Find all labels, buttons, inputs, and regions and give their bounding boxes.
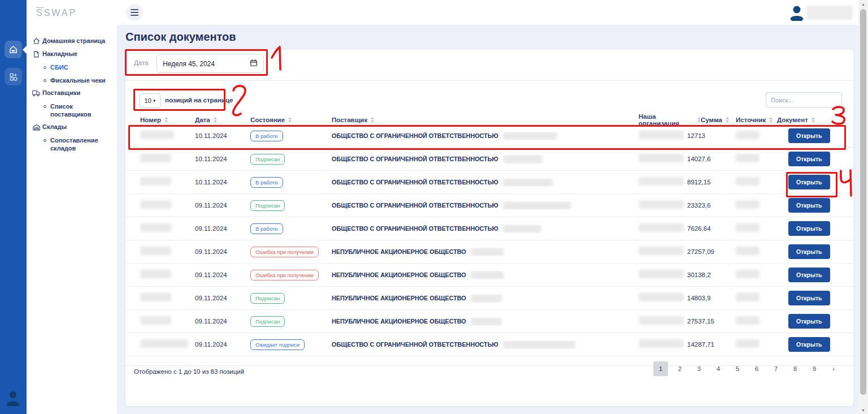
scroll-up-icon[interactable]: ▲ — [858, 2, 868, 6]
next-page-button[interactable]: › — [826, 361, 841, 376]
supplier-name-redacted — [503, 225, 541, 233]
annotation-digit-1 — [270, 45, 285, 71]
supplier-name-redacted — [471, 271, 504, 279]
open-document-button[interactable]: Открыть — [788, 198, 830, 213]
cell-date: 09.11.2024 — [195, 271, 250, 278]
page-button[interactable]: 5 — [730, 361, 745, 376]
status-badge: Подписан — [250, 316, 285, 327]
hamburger-menu-button[interactable] — [126, 4, 143, 21]
sidebar-item-label: Склады — [42, 123, 67, 131]
scrollbar-thumb[interactable] — [860, 9, 866, 395]
sidebar-subitem[interactable]: Список поставщиков — [32, 102, 112, 119]
sort-icon[interactable] — [811, 117, 815, 123]
sidebar-item[interactable]: Поставщики — [32, 89, 112, 97]
open-document-button[interactable]: Открыть — [788, 221, 830, 236]
sidebar-item[interactable]: Склады — [32, 123, 112, 131]
cell-status: Подписан — [250, 200, 332, 211]
cell-source — [736, 200, 777, 211]
inbox-home-icon[interactable] — [5, 41, 22, 58]
sidebar-subitem[interactable]: Сопоставление складов — [32, 136, 112, 153]
table-row: 09.11.2024В работеОБЩЕСТВО С ОГРАНИЧЕННО… — [125, 217, 853, 240]
status-badge: Подписан — [250, 154, 285, 165]
page-button[interactable]: 7 — [769, 361, 783, 376]
cell-date: 09.11.2024 — [195, 341, 250, 348]
suppliers-icon — [32, 90, 40, 96]
page-button[interactable]: 8 — [788, 361, 802, 376]
sidebar-subitem[interactable]: Фискальные чеки — [32, 76, 112, 84]
status-badge: Ожидает подписи — [250, 339, 305, 350]
pagination-summary: Отображено с 1 до 10 из 83 позиций — [134, 368, 244, 375]
page-button[interactable]: 2 — [672, 361, 687, 376]
cell-document: Открыть — [777, 198, 845, 213]
vertical-scrollbar[interactable]: ▲ ▼ — [858, 0, 868, 414]
column-header: Состояние — [250, 117, 332, 123]
rail-user-icon[interactable] — [5, 389, 21, 406]
page-button[interactable]: 3 — [692, 361, 706, 376]
table-row: 09.11.2024ПодписанНЕПУБЛИЧНОЕ АКЦИОНЕРНО… — [125, 310, 853, 333]
topbar — [117, 0, 858, 25]
status-badge: Подписан — [250, 293, 285, 304]
scroll-down-icon[interactable]: ▼ — [858, 408, 868, 412]
organization-redacted — [639, 177, 684, 186]
cell-sum: 14803,9 — [687, 295, 736, 301]
column-header-label: Источник — [736, 117, 766, 123]
cell-status: В работе — [250, 176, 332, 188]
sidebar-item[interactable]: Накладные — [32, 50, 112, 58]
active-rail-pointer — [23, 45, 27, 54]
cell-status: Ожидает подписи — [250, 339, 332, 350]
page-button[interactable]: 4 — [711, 361, 726, 376]
column-header-label: Дата — [195, 117, 210, 123]
cell-sum: 23323,6 — [687, 202, 736, 209]
cell-sum: 27537,15 — [687, 318, 736, 325]
cell-date: 09.11.2024 — [195, 202, 250, 209]
cell-source — [736, 270, 777, 281]
page-button[interactable]: 1 — [653, 361, 668, 376]
sidebar-item[interactable]: Домашняя страница — [32, 37, 112, 45]
table-row: 10.11.2024В работеОБЩЕСТВО С ОГРАНИЧЕННО… — [125, 171, 853, 194]
sort-icon[interactable] — [164, 117, 168, 123]
cell-status: В работе — [250, 223, 332, 234]
cell-number — [140, 154, 195, 165]
cell-number — [140, 293, 195, 304]
cell-number — [140, 223, 195, 234]
sort-icon[interactable] — [288, 117, 292, 123]
open-document-button[interactable]: Открыть — [788, 268, 830, 282]
column-header: Источник — [736, 117, 777, 123]
annotation-digit-2 — [229, 83, 253, 118]
cell-document: Открыть — [777, 314, 845, 329]
open-document-button[interactable]: Открыть — [788, 314, 830, 329]
source-redacted — [736, 270, 760, 278]
column-header-label: Сумма — [701, 117, 722, 123]
annotation-digit-3 — [828, 105, 850, 126]
organization-redacted — [639, 154, 684, 162]
cell-sum: 8912,15 — [687, 179, 736, 186]
open-document-button[interactable]: Открыть — [788, 152, 830, 166]
sort-icon[interactable] — [769, 117, 772, 123]
page-button[interactable]: 6 — [749, 361, 764, 376]
cell-document: Открыть — [777, 291, 845, 305]
open-document-button[interactable]: Открыть — [788, 291, 830, 305]
source-redacted — [736, 247, 760, 255]
supplier-name: НЕПУБЛИЧНОЕ АКЦИОНЕРНОЕ ОБЩЕСТВО — [332, 318, 466, 325]
user-avatar-icon[interactable] — [788, 4, 805, 21]
open-document-button[interactable]: Открыть — [788, 337, 830, 352]
supplier-name-redacted — [471, 248, 504, 256]
status-badge: Ошибка при получении — [250, 247, 319, 257]
sidebar-subitem[interactable]: СБИС — [32, 63, 112, 71]
organization-redacted — [639, 293, 684, 301]
status-badge: В работе — [250, 223, 283, 234]
cell-source — [736, 247, 777, 257]
page-button[interactable]: 9 — [807, 361, 822, 376]
sort-icon[interactable] — [726, 117, 729, 123]
pagination: 123456789› — [653, 361, 841, 376]
sidebar: SSWAP Домашняя страницаНакладныеСБИСФиск… — [27, 0, 117, 414]
bullet-icon — [44, 105, 46, 108]
organization-redacted — [639, 247, 684, 255]
sort-icon[interactable] — [214, 117, 217, 123]
supplier-name-redacted — [471, 317, 502, 326]
open-document-button[interactable]: Открыть — [788, 244, 830, 259]
sort-icon[interactable] — [371, 117, 374, 123]
apps-grid-plus-icon[interactable] — [5, 68, 22, 85]
cell-number — [140, 339, 195, 350]
annotation-box-page-size — [133, 89, 225, 111]
